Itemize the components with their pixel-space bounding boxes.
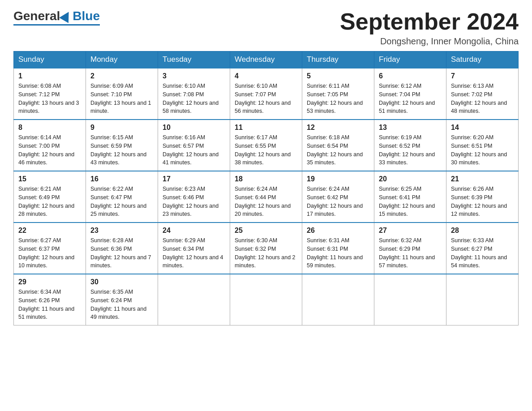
- day-number: 24: [163, 227, 225, 235]
- calendar-week-row: 22Sunrise: 6:27 AMSunset: 6:37 PMDayligh…: [14, 223, 519, 274]
- day-info: Sunrise: 6:28 AMSunset: 6:36 PMDaylight:…: [90, 236, 153, 270]
- month-title: September 2024: [340, 9, 519, 34]
- day-info: Sunrise: 6:09 AMSunset: 7:10 PMDaylight:…: [90, 82, 153, 116]
- day-info: Sunrise: 6:25 AMSunset: 6:41 PMDaylight:…: [379, 185, 442, 218]
- day-number: 23: [90, 227, 153, 235]
- calendar-day-cell: 23Sunrise: 6:28 AMSunset: 6:36 PMDayligh…: [86, 223, 158, 274]
- day-info: Sunrise: 6:20 AMSunset: 6:51 PMDaylight:…: [451, 133, 514, 167]
- calendar-day-cell: [446, 274, 519, 325]
- day-number: 11: [235, 124, 297, 132]
- day-info: Sunrise: 6:18 AMSunset: 6:54 PMDaylight:…: [307, 133, 369, 167]
- calendar-day-cell: [230, 274, 302, 325]
- calendar-day-cell: 1Sunrise: 6:08 AMSunset: 7:12 PMDaylight…: [14, 68, 86, 120]
- calendar-day-cell: 26Sunrise: 6:31 AMSunset: 6:31 PMDayligh…: [302, 223, 374, 274]
- day-info: Sunrise: 6:24 AMSunset: 6:42 PMDaylight:…: [307, 185, 369, 218]
- calendar-day-cell: 20Sunrise: 6:25 AMSunset: 6:41 PMDayligh…: [374, 171, 446, 223]
- day-info: Sunrise: 6:13 AMSunset: 7:02 PMDaylight:…: [451, 82, 514, 116]
- day-number: 8: [18, 124, 81, 132]
- day-info: Sunrise: 6:19 AMSunset: 6:52 PMDaylight:…: [379, 133, 442, 167]
- calendar-day-cell: 7Sunrise: 6:13 AMSunset: 7:02 PMDaylight…: [446, 68, 519, 120]
- calendar-day-cell: [158, 274, 230, 325]
- calendar-day-cell: [374, 274, 446, 325]
- day-number: 19: [307, 175, 369, 183]
- title-section: September 2024 Dongsheng, Inner Mongolia…: [340, 9, 519, 47]
- day-number: 25: [235, 227, 297, 235]
- calendar-day-cell: 2Sunrise: 6:09 AMSunset: 7:10 PMDaylight…: [86, 68, 158, 120]
- logo: General Blue: [13, 9, 100, 26]
- calendar-day-cell: 19Sunrise: 6:24 AMSunset: 6:42 PMDayligh…: [302, 171, 374, 223]
- col-tuesday: Tuesday: [158, 51, 230, 68]
- day-info: Sunrise: 6:12 AMSunset: 7:04 PMDaylight:…: [379, 82, 442, 116]
- col-friday: Friday: [374, 51, 446, 68]
- col-monday: Monday: [86, 51, 158, 68]
- day-number: 26: [307, 227, 369, 235]
- calendar-day-cell: [302, 274, 374, 325]
- day-number: 22: [18, 227, 81, 235]
- day-number: 4: [235, 72, 297, 80]
- day-number: 15: [18, 175, 81, 183]
- day-info: Sunrise: 6:17 AMSunset: 6:55 PMDaylight:…: [235, 133, 297, 167]
- calendar-day-cell: 12Sunrise: 6:18 AMSunset: 6:54 PMDayligh…: [302, 120, 374, 171]
- calendar-week-row: 15Sunrise: 6:21 AMSunset: 6:49 PMDayligh…: [14, 171, 519, 223]
- day-info: Sunrise: 6:14 AMSunset: 7:00 PMDaylight:…: [18, 133, 81, 167]
- calendar-week-row: 8Sunrise: 6:14 AMSunset: 7:00 PMDaylight…: [14, 120, 519, 171]
- day-number: 1: [18, 72, 81, 80]
- calendar-day-cell: 17Sunrise: 6:23 AMSunset: 6:46 PMDayligh…: [158, 171, 230, 223]
- day-number: 30: [90, 278, 153, 286]
- calendar-week-row: 1Sunrise: 6:08 AMSunset: 7:12 PMDaylight…: [14, 68, 519, 120]
- day-info: Sunrise: 6:16 AMSunset: 6:57 PMDaylight:…: [163, 133, 225, 167]
- day-number: 13: [379, 124, 442, 132]
- calendar-week-row: 29Sunrise: 6:34 AMSunset: 6:26 PMDayligh…: [14, 274, 519, 325]
- day-info: Sunrise: 6:23 AMSunset: 6:46 PMDaylight:…: [163, 185, 225, 218]
- calendar-day-cell: 15Sunrise: 6:21 AMSunset: 6:49 PMDayligh…: [14, 171, 86, 223]
- day-info: Sunrise: 6:15 AMSunset: 6:59 PMDaylight:…: [90, 133, 153, 167]
- day-number: 3: [163, 72, 225, 80]
- col-saturday: Saturday: [446, 51, 519, 68]
- col-thursday: Thursday: [302, 51, 374, 68]
- day-info: Sunrise: 6:10 AMSunset: 7:07 PMDaylight:…: [235, 82, 297, 116]
- col-sunday: Sunday: [14, 51, 86, 68]
- day-info: Sunrise: 6:21 AMSunset: 6:49 PMDaylight:…: [18, 185, 81, 218]
- day-number: 10: [163, 124, 225, 132]
- day-info: Sunrise: 6:35 AMSunset: 6:24 PMDaylight:…: [90, 288, 153, 321]
- calendar-day-cell: 4Sunrise: 6:10 AMSunset: 7:07 PMDaylight…: [230, 68, 302, 120]
- calendar-day-cell: 6Sunrise: 6:12 AMSunset: 7:04 PMDaylight…: [374, 68, 446, 120]
- calendar-day-cell: 16Sunrise: 6:22 AMSunset: 6:47 PMDayligh…: [86, 171, 158, 223]
- day-number: 18: [235, 175, 297, 183]
- day-number: 7: [451, 72, 514, 80]
- day-info: Sunrise: 6:30 AMSunset: 6:32 PMDaylight:…: [235, 236, 297, 270]
- day-number: 29: [18, 278, 81, 286]
- day-info: Sunrise: 6:29 AMSunset: 6:34 PMDaylight:…: [163, 236, 225, 270]
- calendar-table: Sunday Monday Tuesday Wednesday Thursday…: [13, 51, 519, 325]
- calendar-day-cell: 10Sunrise: 6:16 AMSunset: 6:57 PMDayligh…: [158, 120, 230, 171]
- col-wednesday: Wednesday: [230, 51, 302, 68]
- calendar-day-cell: 28Sunrise: 6:33 AMSunset: 6:27 PMDayligh…: [446, 223, 519, 274]
- day-info: Sunrise: 6:22 AMSunset: 6:47 PMDaylight:…: [90, 185, 153, 218]
- logo-blue-text: Blue: [73, 9, 100, 23]
- day-info: Sunrise: 6:34 AMSunset: 6:26 PMDaylight:…: [18, 288, 81, 321]
- calendar-day-cell: 5Sunrise: 6:11 AMSunset: 7:05 PMDaylight…: [302, 68, 374, 120]
- day-info: Sunrise: 6:32 AMSunset: 6:29 PMDaylight:…: [379, 236, 442, 270]
- day-number: 16: [90, 175, 153, 183]
- calendar-day-cell: 25Sunrise: 6:30 AMSunset: 6:32 PMDayligh…: [230, 223, 302, 274]
- day-info: Sunrise: 6:27 AMSunset: 6:37 PMDaylight:…: [18, 236, 81, 270]
- calendar-day-cell: 18Sunrise: 6:24 AMSunset: 6:44 PMDayligh…: [230, 171, 302, 223]
- day-info: Sunrise: 6:26 AMSunset: 6:39 PMDaylight:…: [451, 185, 514, 218]
- calendar-day-cell: 14Sunrise: 6:20 AMSunset: 6:51 PMDayligh…: [446, 120, 519, 171]
- logo-general-text: General: [13, 9, 60, 23]
- calendar-day-cell: 8Sunrise: 6:14 AMSunset: 7:00 PMDaylight…: [14, 120, 86, 171]
- day-info: Sunrise: 6:08 AMSunset: 7:12 PMDaylight:…: [18, 82, 81, 116]
- logo-line: [13, 24, 100, 26]
- calendar-day-cell: 27Sunrise: 6:32 AMSunset: 6:29 PMDayligh…: [374, 223, 446, 274]
- day-number: 17: [163, 175, 225, 183]
- calendar-day-cell: 30Sunrise: 6:35 AMSunset: 6:24 PMDayligh…: [86, 274, 158, 325]
- day-number: 27: [379, 227, 442, 235]
- calendar-day-cell: 9Sunrise: 6:15 AMSunset: 6:59 PMDaylight…: [86, 120, 158, 171]
- calendar-day-cell: 21Sunrise: 6:26 AMSunset: 6:39 PMDayligh…: [446, 171, 519, 223]
- day-number: 2: [90, 72, 153, 80]
- day-info: Sunrise: 6:33 AMSunset: 6:27 PMDaylight:…: [451, 236, 514, 270]
- page-header: General Blue September 2024 Dongsheng, I…: [13, 9, 519, 47]
- day-number: 21: [451, 175, 514, 183]
- day-number: 5: [307, 72, 369, 80]
- day-number: 6: [379, 72, 442, 80]
